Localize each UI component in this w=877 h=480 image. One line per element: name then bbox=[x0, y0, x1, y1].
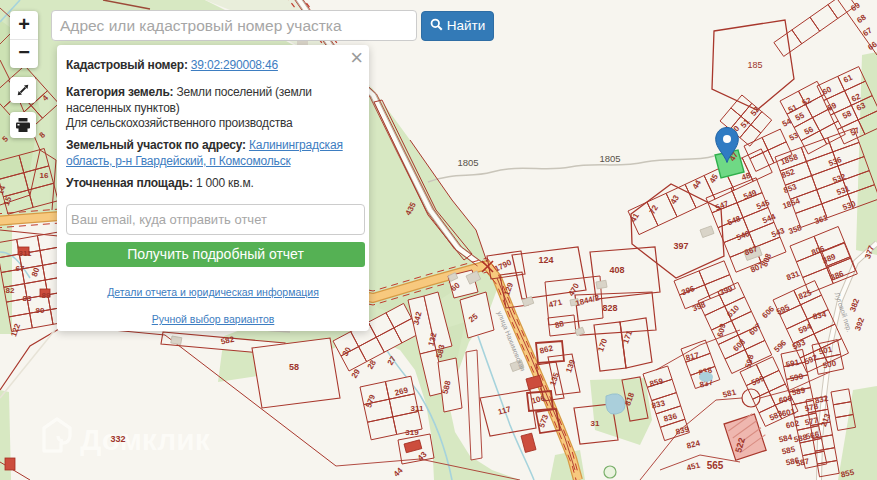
svg-text:16: 16 bbox=[40, 171, 49, 180]
svg-text:89: 89 bbox=[42, 291, 51, 300]
svg-text:Домклик: Домклик bbox=[80, 423, 211, 456]
svg-text:31: 31 bbox=[591, 419, 600, 428]
svg-text:319: 319 bbox=[405, 428, 419, 437]
svg-text:58: 58 bbox=[289, 362, 299, 372]
svg-text:397: 397 bbox=[673, 241, 688, 251]
svg-text:185: 185 bbox=[747, 60, 762, 70]
svg-text:311: 311 bbox=[411, 404, 424, 413]
svg-text:565: 565 bbox=[707, 460, 724, 471]
svg-text:82: 82 bbox=[6, 286, 15, 295]
svg-text:311: 311 bbox=[19, 249, 32, 258]
svg-text:1805: 1805 bbox=[599, 153, 620, 164]
svg-text:332: 332 bbox=[110, 434, 125, 444]
svg-text:67: 67 bbox=[16, 264, 25, 273]
svg-text:90: 90 bbox=[36, 306, 45, 315]
svg-text:124: 124 bbox=[538, 255, 553, 265]
svg-text:828: 828 bbox=[602, 303, 617, 313]
svg-text:1805: 1805 bbox=[457, 157, 478, 168]
svg-text:408: 408 bbox=[609, 265, 624, 275]
svg-text:83: 83 bbox=[23, 294, 32, 303]
